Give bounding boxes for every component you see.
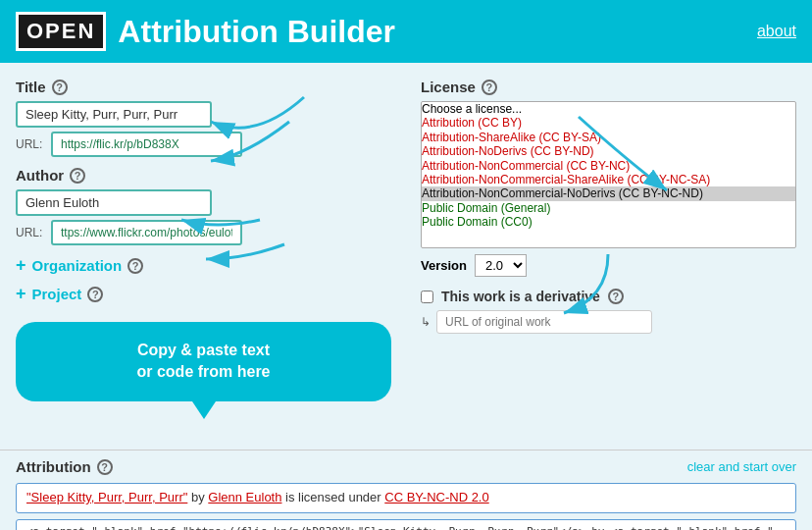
title-label: Title ? bbox=[16, 79, 391, 95]
attr-license-link[interactable]: CC BY-NC-ND 2.0 bbox=[384, 490, 488, 504]
derivative-help-icon[interactable]: ? bbox=[608, 289, 624, 304]
project-help-icon[interactable]: ? bbox=[87, 287, 103, 302]
project-plus-icon: + bbox=[16, 284, 26, 304]
license-option-2[interactable]: Attribution-ShareAlike (CC BY-SA) bbox=[422, 131, 795, 144]
app-title: Attribution Builder bbox=[118, 14, 395, 50]
title-text: Title bbox=[16, 79, 46, 95]
attribution-code-box: <a target="_blank" href="https://flic.kr… bbox=[16, 519, 796, 530]
derivative-checkbox[interactable] bbox=[421, 291, 433, 303]
right-column: License ? Choose a license... Attributio… bbox=[411, 79, 796, 434]
organization-label: Organization bbox=[32, 257, 123, 274]
attr-licensed-text: is licensed under bbox=[285, 490, 384, 504]
license-option-6[interactable]: Attribution-NonCommercial-NoDerivs (CC B… bbox=[422, 186, 795, 200]
license-option-8[interactable]: Public Domain (CC0) bbox=[422, 215, 795, 229]
license-option-5[interactable]: Attribution-NonCommercial-ShareAlike (CC… bbox=[422, 173, 795, 186]
derivative-row: This work is a derivative ? bbox=[421, 289, 796, 304]
title-url-label: URL: bbox=[16, 137, 45, 151]
attribution-help-icon[interactable]: ? bbox=[97, 459, 113, 475]
author-text: Author bbox=[16, 167, 64, 184]
project-section[interactable]: + Project ? bbox=[16, 284, 391, 304]
license-text: License bbox=[421, 79, 476, 95]
author-url-label: URL: bbox=[16, 226, 45, 239]
author-section: Author ? URL: bbox=[16, 167, 391, 245]
open-logo: OPEN bbox=[16, 12, 106, 51]
title-input[interactable] bbox=[16, 101, 212, 128]
header-left: OPEN Attribution Builder bbox=[16, 12, 395, 51]
derivative-url-input[interactable] bbox=[436, 310, 652, 334]
version-row: Version 1.0 2.0 3.0 4.0 bbox=[421, 254, 796, 277]
derivative-url-prefix: ↳ bbox=[421, 315, 431, 329]
version-label: Version bbox=[421, 258, 467, 273]
license-option-0[interactable]: Choose a license... bbox=[422, 102, 795, 116]
attribution-display-text: "Sleep Kitty, Purr, Purr, Purr" by Glenn… bbox=[26, 490, 786, 504]
main-content: Title ? URL: Author ? bbox=[0, 63, 812, 450]
organization-help-icon[interactable]: ? bbox=[127, 258, 143, 274]
project-label: Project bbox=[32, 286, 82, 302]
title-section: Title ? URL: bbox=[16, 79, 391, 157]
attribution-section: Attribution ? clear and start over "Slee… bbox=[0, 450, 812, 530]
attribution-text-box: "Sleep Kitty, Purr, Purr, Purr" by Glenn… bbox=[16, 483, 796, 513]
attribution-label: Attribution ? bbox=[16, 458, 113, 475]
license-help-icon[interactable]: ? bbox=[482, 80, 497, 95]
author-help-icon[interactable]: ? bbox=[70, 168, 85, 184]
license-option-3[interactable]: Attribution-NoDerivs (CC BY-ND) bbox=[422, 144, 795, 158]
organization-plus-icon: + bbox=[16, 255, 26, 276]
license-option-7[interactable]: Public Domain (General) bbox=[422, 201, 795, 215]
organization-section[interactable]: + Organization ? bbox=[16, 255, 391, 276]
author-input[interactable] bbox=[16, 189, 212, 216]
license-option-4[interactable]: Attribution-NonCommercial (CC BY-NC) bbox=[422, 159, 795, 173]
bubble-line1: Copy & paste text bbox=[137, 342, 270, 358]
speech-bubble: Copy & paste text or code from here bbox=[16, 322, 391, 401]
license-label-row: License ? bbox=[421, 79, 796, 95]
attr-by-text: by bbox=[191, 490, 208, 504]
attr-author-link[interactable]: Glenn Euloth bbox=[208, 490, 281, 504]
attribution-text: Attribution bbox=[16, 458, 91, 475]
attribution-code-text: <a target="_blank" href="https://flic.kr… bbox=[26, 525, 796, 530]
speech-bubble-container: Copy & paste text or code from here bbox=[16, 322, 391, 401]
license-listbox[interactable]: Choose a license... Attribution (CC BY) … bbox=[421, 101, 796, 248]
derivative-url-row: ↳ bbox=[421, 310, 796, 334]
header: OPEN Attribution Builder about bbox=[0, 0, 812, 63]
derivative-section: This work is a derivative ? ↳ bbox=[421, 289, 796, 334]
attr-title-link[interactable]: "Sleep Kitty, Purr, Purr, Purr" bbox=[26, 490, 187, 504]
license-option-1[interactable]: Attribution (CC BY) bbox=[422, 116, 795, 130]
author-label: Author ? bbox=[16, 167, 391, 184]
title-url-input[interactable] bbox=[51, 132, 242, 157]
title-help-icon[interactable]: ? bbox=[52, 80, 68, 95]
derivative-label: This work is a derivative bbox=[441, 289, 600, 304]
about-link[interactable]: about bbox=[757, 23, 796, 40]
bubble-line2: or code from here bbox=[136, 363, 270, 380]
author-url-input[interactable] bbox=[51, 220, 242, 245]
clear-link[interactable]: clear and start over bbox=[687, 459, 796, 474]
attribution-header: Attribution ? clear and start over bbox=[16, 458, 796, 475]
version-select[interactable]: 1.0 2.0 3.0 4.0 bbox=[475, 254, 527, 277]
left-column: Title ? URL: Author ? bbox=[16, 79, 411, 434]
